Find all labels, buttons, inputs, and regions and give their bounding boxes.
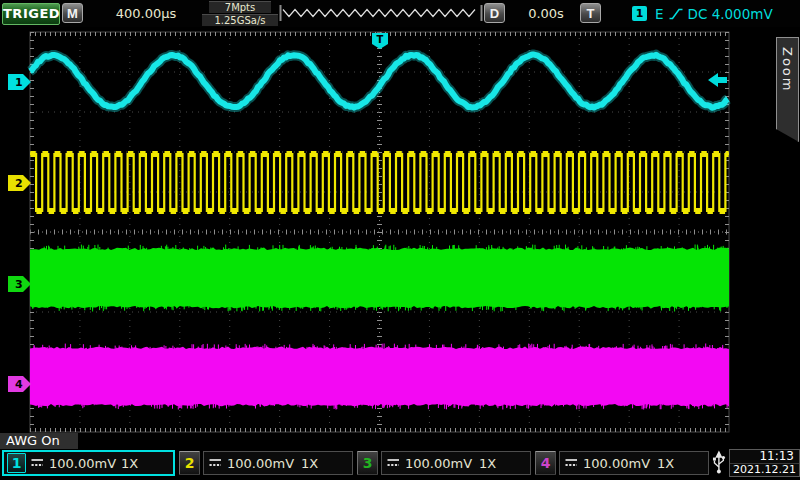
channel-3-status[interactable]: 3 100.00mV 1X xyxy=(357,451,531,475)
time-value: 11:13 xyxy=(730,450,799,463)
channel-status-bar: 1 100.00mV 1X 2 100.00mV 1X xyxy=(0,449,800,477)
svg-text:2: 2 xyxy=(15,177,23,190)
channel-3-probe: 1X xyxy=(479,456,496,471)
clock: 11:13 2021.12.21 xyxy=(729,449,800,477)
memory-depth: 7Mpts xyxy=(209,1,271,13)
acquisition-info: 7Mpts 1.25GSa/s xyxy=(202,1,278,26)
dc-coupling-icon xyxy=(31,458,44,468)
channel-4-scale: 100.00mV xyxy=(583,456,650,471)
zoom-tab-label: Zoom xyxy=(780,37,795,142)
trigger-status-badge: TRIGED xyxy=(2,3,60,25)
dc-coupling-icon xyxy=(565,458,578,468)
channel-1-probe: 1X xyxy=(121,456,138,471)
zoom-tab[interactable]: Zoom xyxy=(776,37,799,142)
channel-2-status[interactable]: 2 100.00mV 1X xyxy=(179,451,353,475)
svg-text:T: T xyxy=(377,34,384,45)
horizontal-menu-button[interactable]: M xyxy=(62,3,83,23)
memory-window-indicator xyxy=(279,0,483,27)
rising-edge-icon xyxy=(669,7,683,21)
channel-2-badge: 2 xyxy=(179,451,200,475)
dc-coupling-icon xyxy=(209,458,222,468)
date-value: 2021.12.21 xyxy=(730,463,799,476)
timebase-value: 400.00μs xyxy=(100,0,192,27)
dc-coupling-icon xyxy=(387,458,400,468)
oscilloscope-screen: TRIGED M 400.00μs 7Mpts 1.25GSa/s D 0.00… xyxy=(0,0,800,480)
trigger-coupling-level: DC 4.000mV xyxy=(688,6,773,22)
waveform-display[interactable]: 1234T xyxy=(0,27,800,434)
channel-1-badge: 1 xyxy=(7,453,26,473)
channel-1-status[interactable]: 1 100.00mV 1X xyxy=(2,450,175,476)
channel-4-probe: 1X xyxy=(657,456,674,471)
channel-4-status[interactable]: 4 100.00mV 1X xyxy=(535,451,709,475)
trigger-settings: E DC 4.000mV xyxy=(655,0,773,27)
channel-2-probe: 1X xyxy=(301,456,318,471)
svg-text:4: 4 xyxy=(15,378,23,391)
svg-text:3: 3 xyxy=(15,278,23,291)
top-bar: TRIGED M 400.00μs 7Mpts 1.25GSa/s D 0.00… xyxy=(0,0,800,27)
channel-2-scale: 100.00mV xyxy=(227,456,294,471)
horizontal-position-value: 0.00s xyxy=(512,0,580,27)
usb-icon xyxy=(711,450,727,476)
trigger-type: E xyxy=(655,6,664,22)
channel-3-badge: 3 xyxy=(357,451,378,475)
trigger-source-badge: 1 xyxy=(632,6,647,21)
svg-text:1: 1 xyxy=(15,76,23,89)
trigger-menu-button[interactable]: T xyxy=(580,3,601,23)
delay-button[interactable]: D xyxy=(484,3,505,23)
channel-1-scale: 100.00mV xyxy=(49,456,116,471)
awg-status-tab[interactable]: AWG On xyxy=(0,433,78,449)
channel-3-scale: 100.00mV xyxy=(405,456,472,471)
sample-rate: 1.25GSa/s xyxy=(202,14,278,26)
channel-4-badge: 4 xyxy=(535,451,556,475)
